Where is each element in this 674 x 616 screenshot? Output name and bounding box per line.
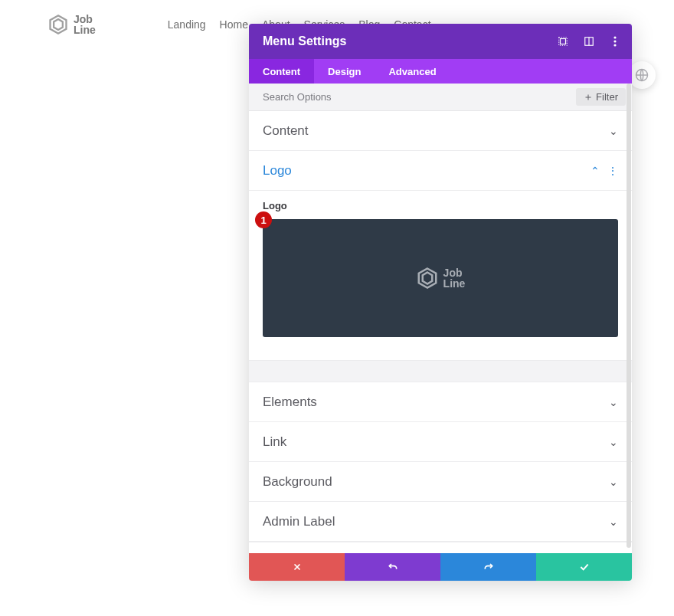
modal-title: Menu Settings <box>263 34 346 48</box>
check-icon <box>578 561 591 573</box>
svg-marker-13 <box>422 273 432 284</box>
scrollbar[interactable] <box>627 84 631 548</box>
section-admin-label-title: Admin Label <box>263 514 335 529</box>
filter-button[interactable]: Filter <box>576 88 626 106</box>
undo-button[interactable] <box>345 553 440 581</box>
section-logo-title: Logo <box>263 163 292 179</box>
tab-design[interactable]: Design <box>314 59 375 84</box>
modal-header-actions <box>557 35 621 48</box>
nav-landing[interactable]: Landing <box>168 18 206 31</box>
chevron-down-icon: ⌄ <box>609 476 618 488</box>
redo-button[interactable] <box>440 553 536 581</box>
confirm-button[interactable] <box>536 553 632 581</box>
section-logo[interactable]: Logo ⌃ ⋮ <box>249 151 632 191</box>
svg-marker-1 <box>54 19 63 30</box>
section-content[interactable]: Content ⌄ <box>249 111 632 151</box>
help-row[interactable]: ? Help <box>249 542 632 553</box>
world-icon[interactable] <box>628 61 656 89</box>
undo-icon <box>387 561 399 573</box>
chevron-down-icon: ⌄ <box>609 396 618 408</box>
menu-settings-modal: Menu Settings Content Design Advanced Se… <box>249 24 632 581</box>
layout-icon[interactable] <box>583 35 595 48</box>
section-elements[interactable]: Elements ⌄ <box>249 382 632 422</box>
notification-badge: 1 <box>255 211 272 228</box>
section-link[interactable]: Link ⌄ <box>249 422 632 462</box>
plus-icon <box>584 93 593 102</box>
filter-label: Filter <box>596 91 618 103</box>
chevron-down-icon: ⌄ <box>609 436 618 448</box>
section-background[interactable]: Background ⌄ <box>249 462 632 502</box>
modal-footer <box>249 553 632 581</box>
modal-tabs: Content Design Advanced <box>249 59 632 84</box>
section-link-title: Link <box>263 434 286 450</box>
site-logo-text: Job Line <box>74 14 96 35</box>
chevron-down-icon: ⌄ <box>609 125 618 137</box>
nav-home[interactable]: Home <box>220 18 248 31</box>
preview-logo-text: Job Line <box>443 267 466 289</box>
section-gap <box>249 361 632 382</box>
chevron-up-icon: ⌃ <box>591 165 600 177</box>
svg-point-8 <box>613 40 616 42</box>
modal-header: Menu Settings <box>249 24 632 59</box>
chevron-down-icon: ⌄ <box>609 516 618 528</box>
tab-content[interactable]: Content <box>249 59 314 84</box>
search-options-label[interactable]: Search Options <box>263 91 332 103</box>
hexagon-icon <box>47 14 69 35</box>
expand-icon[interactable] <box>557 35 569 48</box>
search-row: Search Options Filter <box>249 84 632 111</box>
svg-point-7 <box>613 36 616 38</box>
tab-advanced[interactable]: Advanced <box>375 59 450 84</box>
logo-preview[interactable]: 1 Job Line <box>263 219 618 337</box>
redo-icon <box>483 561 495 573</box>
more-icon[interactable] <box>609 35 621 48</box>
svg-rect-3 <box>561 39 566 44</box>
section-background-title: Background <box>263 474 332 490</box>
section-logo-body: Logo 1 Job Line <box>249 191 632 361</box>
site-logo: Job Line <box>47 14 96 35</box>
section-content-title: Content <box>263 123 309 139</box>
preview-logo: Job Line <box>416 267 466 290</box>
cancel-button[interactable] <box>249 553 345 581</box>
logo-field-label: Logo <box>263 200 618 211</box>
sections-scroll[interactable]: Content ⌄ Logo ⌃ ⋮ Logo 1 Job <box>249 111 632 553</box>
section-more-icon[interactable]: ⋮ <box>607 165 618 176</box>
hexagon-icon <box>416 267 439 290</box>
section-admin-label[interactable]: Admin Label ⌄ <box>249 502 632 542</box>
svg-point-9 <box>613 44 616 46</box>
section-elements-title: Elements <box>263 395 317 410</box>
close-icon <box>292 562 303 572</box>
